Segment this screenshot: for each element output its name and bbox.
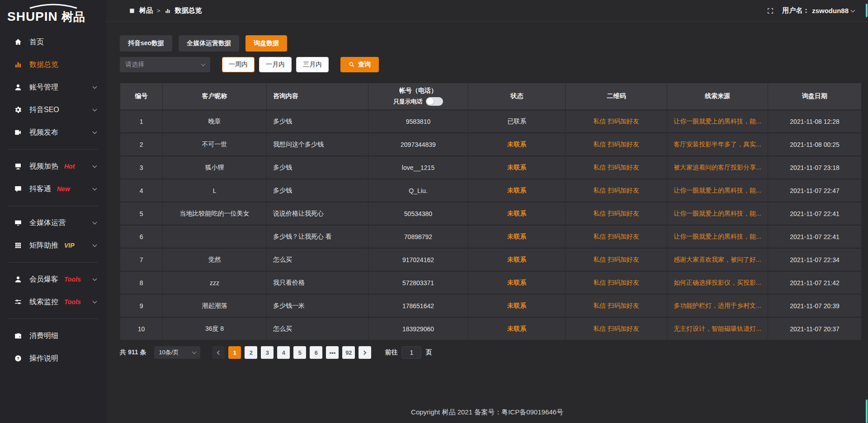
sidebar-item[interactable]: 线索监控 Tools bbox=[0, 291, 106, 313]
sidebar-item-badge: VIP bbox=[64, 242, 75, 249]
chevron-down-icon bbox=[851, 8, 855, 12]
top-header: 树品 > 数据总览 用户名： zswodun88 bbox=[106, 0, 868, 22]
gear-icon bbox=[14, 105, 23, 114]
source-link[interactable]: 让你一眼就爱上的黑科技，能... bbox=[674, 118, 761, 126]
query-button[interactable]: 查询 bbox=[340, 57, 379, 72]
chevron-down-icon bbox=[201, 61, 206, 66]
source-link[interactable]: 无主灯设计，智能磁吸轨道灯... bbox=[674, 325, 761, 333]
prev-page-button[interactable] bbox=[212, 346, 225, 359]
qr-add-friend-link[interactable]: 私信 扫码加好友 bbox=[593, 164, 639, 172]
sidebar-item-label: 线索监控 bbox=[29, 297, 58, 307]
page-button[interactable]: ••• bbox=[326, 346, 339, 359]
cell-status: 未联系 bbox=[468, 272, 566, 294]
sidebar-item[interactable]: 数据总览 bbox=[0, 53, 106, 76]
cell-source: 无主灯设计，智能磁吸轨道灯... bbox=[667, 318, 768, 340]
cell-qrcode: 私信 扫码加好友 bbox=[566, 226, 667, 248]
sidebar-item[interactable]: 矩阵助推 VIP bbox=[0, 234, 106, 257]
scrollbar-thumb-bottom[interactable] bbox=[866, 400, 868, 423]
period-button[interactable]: 三月内 bbox=[296, 57, 329, 72]
cell-source: 让你一眼就爱上的黑科技，能... bbox=[667, 202, 768, 225]
period-button[interactable]: 一周内 bbox=[222, 57, 255, 72]
page-button[interactable]: 92 bbox=[342, 346, 355, 359]
cell-account: 2097344839 bbox=[368, 133, 469, 155]
page-button[interactable]: 3 bbox=[261, 346, 274, 359]
fullscreen-icon[interactable] bbox=[767, 7, 774, 14]
total-count: 共 911 条 bbox=[120, 348, 146, 357]
col-content: 咨询内容 bbox=[267, 83, 368, 109]
sidebar-item[interactable]: 消费明细 bbox=[0, 324, 106, 347]
page-button[interactable]: 4 bbox=[277, 346, 290, 359]
cell-status: 未联系 bbox=[468, 156, 566, 179]
source-link[interactable]: 被大家追着问的客厅投影分享... bbox=[674, 164, 761, 172]
cell-qrcode: 私信 扫码加好友 bbox=[566, 133, 667, 155]
cell-content: 多少钱？让我死心 看 bbox=[267, 226, 368, 248]
sidebar-menu: 首页 数据总览 账号管理 抖音SEO bbox=[0, 28, 106, 370]
cell-account: 572803371 bbox=[368, 272, 469, 294]
cell-source: 被大家追着问的客厅投影分享... bbox=[667, 156, 768, 179]
sidebar-item[interactable]: 会员爆客 Tools bbox=[0, 268, 106, 291]
filter-select-placeholder: 请选择 bbox=[125, 61, 144, 69]
query-button-label: 查询 bbox=[358, 61, 371, 69]
cell-content: 多少钱 bbox=[267, 179, 368, 202]
scrollbar-thumb-top[interactable] bbox=[866, 4, 868, 17]
col-date: 询盘日期 bbox=[768, 83, 862, 109]
qr-add-friend-link[interactable]: 私信 扫码加好友 bbox=[593, 187, 639, 195]
qr-add-friend-link[interactable]: 私信 扫码加好友 bbox=[593, 210, 639, 218]
cell-date: 2021-11-07 22:41 bbox=[768, 226, 862, 248]
cell-date: 2021-11-07 20:37 bbox=[768, 318, 862, 340]
source-link[interactable]: 如何正确选择投影仪，买投影... bbox=[674, 279, 761, 287]
cell-status: 未联系 bbox=[468, 202, 566, 225]
sidebar-item[interactable]: 账号管理 bbox=[0, 76, 106, 99]
qr-add-friend-link[interactable]: 私信 扫码加好友 bbox=[593, 302, 639, 310]
qr-add-friend-link[interactable]: 私信 扫码加好友 bbox=[593, 256, 639, 264]
filter-select[interactable]: 请选择 bbox=[120, 57, 210, 72]
app-logo: SHUPIN 树品 bbox=[0, 0, 106, 28]
chevron-down-icon bbox=[93, 85, 97, 89]
sidebar-item[interactable]: 视频发布 bbox=[0, 121, 106, 144]
page-button[interactable]: 1 bbox=[228, 346, 241, 359]
breadcrumb-home[interactable]: 树品 bbox=[139, 6, 153, 15]
wallet-icon bbox=[14, 331, 23, 340]
qr-add-friend-link[interactable]: 私信 扫码加好友 bbox=[593, 233, 639, 241]
sidebar-item[interactable]: 首页 bbox=[0, 31, 106, 53]
source-link[interactable]: 让你一眼就爱上的黑科技，能... bbox=[674, 233, 761, 241]
source-link[interactable]: 让你一眼就爱上的黑科技，能... bbox=[674, 210, 761, 218]
tab[interactable]: 询盘数据 bbox=[245, 35, 287, 52]
sidebar-item-badge: Hot bbox=[64, 163, 75, 170]
qr-add-friend-link[interactable]: 私信 扫码加好友 bbox=[593, 141, 639, 149]
sidebar-item[interactable]: ? 操作说明 bbox=[0, 347, 106, 370]
page-button[interactable]: 6 bbox=[310, 346, 322, 359]
cell-no: 3 bbox=[120, 156, 163, 179]
tab[interactable]: 抖音seo数据 bbox=[120, 35, 172, 52]
chevron-down-icon bbox=[93, 130, 97, 134]
source-link[interactable]: 让你一眼就爱上的黑科技，能... bbox=[674, 187, 761, 195]
cell-no: 2 bbox=[120, 133, 163, 155]
sidebar-item[interactable]: 抖客通 New bbox=[0, 178, 106, 200]
qr-add-friend-link[interactable]: 私信 扫码加好友 bbox=[593, 118, 639, 126]
sidebar-item[interactable]: 视频加热 Hot bbox=[0, 155, 106, 178]
source-link[interactable]: 多功能护栏灯，适用于乡村文... bbox=[674, 302, 761, 310]
sidebar-item-label: 视频发布 bbox=[29, 128, 58, 137]
qr-add-friend-link[interactable]: 私信 扫码加好友 bbox=[593, 279, 639, 287]
sidebar-item-label: 账号管理 bbox=[29, 83, 58, 92]
period-button[interactable]: 一月内 bbox=[259, 57, 292, 72]
qr-add-friend-link[interactable]: 私信 扫码加好友 bbox=[593, 325, 639, 333]
user-menu[interactable]: 用户名： zswodun88 bbox=[782, 6, 854, 15]
cell-source: 如何正确选择投影仪，买投影... bbox=[667, 272, 768, 294]
tab[interactable]: 全媒体运营数据 bbox=[179, 35, 239, 52]
phone-only-toggle[interactable] bbox=[426, 97, 443, 106]
col-account-title: 帐号（电话） bbox=[399, 87, 437, 95]
goto-page-input[interactable] bbox=[401, 346, 421, 359]
page-button[interactable]: 2 bbox=[245, 346, 257, 359]
page-button[interactable]: 5 bbox=[293, 346, 306, 359]
table-row: 9 潮起潮落 多少钱一米 178651642 未联系 私信 扫码加好友 多功能护… bbox=[120, 295, 862, 317]
page-size-select[interactable]: 10条/页 bbox=[154, 346, 200, 359]
sidebar-item[interactable]: 全媒体运营 bbox=[0, 212, 106, 234]
next-page-button[interactable] bbox=[359, 346, 371, 359]
sidebar-item[interactable]: 抖音SEO bbox=[0, 99, 106, 121]
cell-content: 怎么买 bbox=[267, 249, 368, 271]
tab-label: 抖音seo数据 bbox=[128, 39, 164, 47]
cell-qrcode: 私信 扫码加好友 bbox=[566, 318, 667, 340]
source-link[interactable]: 感谢大家喜欢我家，被问了好... bbox=[674, 256, 761, 264]
source-link[interactable]: 客厅安装投影半年多了，真实... bbox=[674, 141, 761, 149]
